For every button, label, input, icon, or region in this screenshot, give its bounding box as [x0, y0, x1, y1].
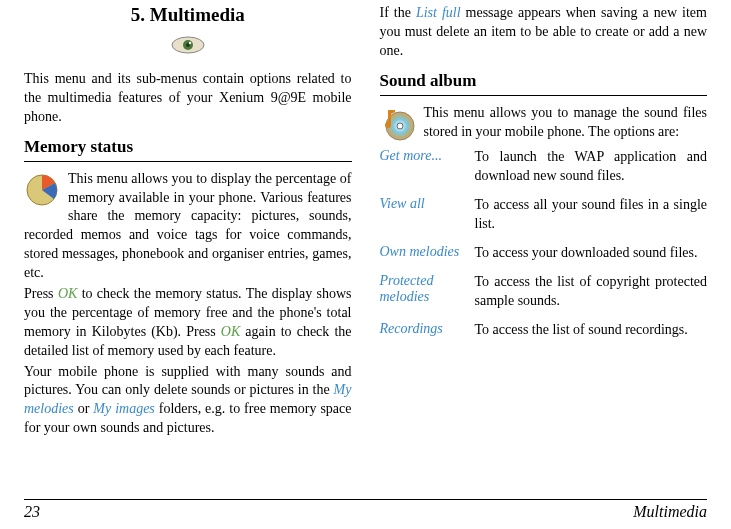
- option-value: To access all your sound files in a sing…: [475, 191, 708, 239]
- memory-status-heading: Memory status: [24, 137, 352, 157]
- table-row: Recordings To access the list of sound r…: [380, 316, 708, 345]
- right-column: If the List full message appears when sa…: [380, 4, 708, 463]
- option-key-get-more: Get more...: [380, 143, 475, 191]
- multimedia-icon: [24, 32, 352, 58]
- options-table: Get more... To launch the WAP applicatio…: [380, 143, 708, 344]
- divider: [24, 161, 352, 162]
- text: or: [74, 401, 94, 416]
- memory-p2: Press OK to check the memory status. The…: [24, 285, 352, 361]
- page-number: 23: [24, 503, 40, 521]
- text: If the: [380, 5, 416, 20]
- text: Press: [24, 286, 58, 301]
- svg-point-3: [189, 42, 191, 44]
- chapter-title: 5. Multimedia: [24, 4, 352, 26]
- sound-album-icon: [380, 106, 416, 142]
- sound-album-heading: Sound album: [380, 71, 708, 91]
- option-value: To access the list of copyright protecte…: [475, 268, 708, 316]
- memory-pie-icon: [24, 172, 60, 208]
- svg-point-6: [397, 123, 403, 129]
- sound-intro-text: This menu allows you to manage the sound…: [380, 104, 708, 142]
- footer-rule: [24, 499, 707, 500]
- option-key-view-all: View all: [380, 191, 475, 239]
- option-key-recordings: Recordings: [380, 316, 475, 345]
- list-full-ref: List full: [416, 5, 461, 20]
- table-row: Get more... To launch the WAP applicatio…: [380, 143, 708, 191]
- option-key-protected-melodies: Protected melodies: [380, 268, 475, 316]
- my-images-ref: My images: [93, 401, 155, 416]
- table-row: View all To access all your sound files …: [380, 191, 708, 239]
- memory-p1: This menu allows you to display the perc…: [24, 170, 352, 283]
- table-row: Protected melodies To access the list of…: [380, 268, 708, 316]
- text: Your mobile phone is supplied with many …: [24, 364, 352, 398]
- option-value: To launch the WAP application and downlo…: [475, 143, 708, 191]
- ok-key: OK: [221, 324, 240, 339]
- section-name: Multimedia: [633, 503, 707, 521]
- option-value: To access the list of sound recordings.: [475, 316, 708, 345]
- intro-text: This menu and its sub-menus contain opti…: [24, 70, 352, 127]
- option-value: To access your downloaded sound files.: [475, 239, 708, 268]
- ok-key: OK: [58, 286, 77, 301]
- divider: [380, 95, 708, 96]
- left-column: 5. Multimedia This menu and its sub-menu…: [24, 4, 352, 463]
- option-key-own-melodies: Own melodies: [380, 239, 475, 268]
- table-row: Own melodies To access your downloaded s…: [380, 239, 708, 268]
- carryover-text: If the List full message appears when sa…: [380, 4, 708, 61]
- page-footer: 23 Multimedia: [24, 499, 707, 521]
- memory-p3: Your mobile phone is supplied with many …: [24, 363, 352, 439]
